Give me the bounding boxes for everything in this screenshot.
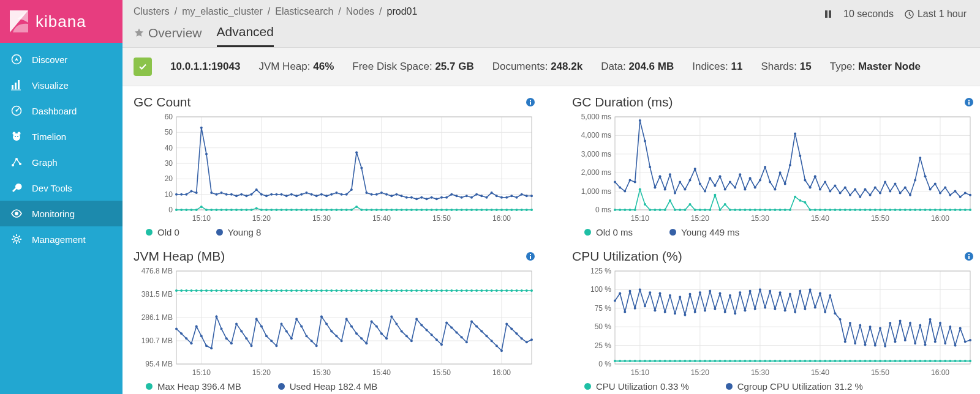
sidebar-item-dev-tools[interactable]: Dev Tools (0, 175, 123, 201)
chart-info-button[interactable] (526, 251, 535, 264)
svg-point-517 (445, 321, 448, 324)
topbar: Clusters / my_elastic_cluster / Elastics… (123, 0, 980, 48)
svg-point-226 (639, 188, 641, 191)
svg-point-465 (185, 337, 187, 340)
svg-point-300 (649, 166, 651, 168)
svg-point-159 (365, 191, 368, 194)
svg-point-424 (341, 289, 343, 292)
svg-point-402 (230, 289, 233, 292)
svg-point-631 (954, 360, 957, 362)
svg-text:50 %: 50 % (595, 322, 612, 331)
svg-point-137 (255, 188, 258, 191)
svg-point-437 (405, 289, 408, 292)
svg-point-273 (874, 209, 876, 211)
svg-point-306 (679, 180, 681, 183)
svg-point-628 (939, 360, 941, 362)
sidebar-item-monitoring[interactable]: Monitoring (0, 201, 123, 226)
svg-point-232 (669, 199, 671, 202)
svg-point-611 (854, 360, 856, 362)
svg-point-609 (844, 360, 846, 362)
chart-info-button[interactable] (964, 251, 974, 264)
sidebar-item-management[interactable]: Management (0, 226, 123, 252)
tab-overview[interactable]: Overview (134, 24, 202, 47)
svg-point-705 (964, 340, 967, 343)
svg-rect-3 (18, 80, 20, 89)
svg-point-10 (17, 136, 18, 137)
svg-rect-195 (968, 100, 970, 101)
svg-point-508 (401, 330, 403, 332)
svg-text:15:40: 15:40 (811, 214, 829, 223)
svg-point-685 (864, 343, 867, 346)
svg-point-239 (704, 209, 706, 211)
svg-point-136 (251, 193, 253, 196)
svg-point-275 (884, 209, 886, 211)
svg-point-531 (516, 332, 518, 335)
svg-point-267 (844, 209, 846, 211)
svg-point-266 (839, 209, 842, 211)
svg-point-576 (679, 360, 681, 362)
svg-point-450 (470, 289, 473, 292)
svg-point-251 (764, 209, 766, 211)
svg-point-395 (195, 289, 198, 292)
svg-point-112 (491, 209, 493, 211)
svg-point-249 (754, 209, 756, 211)
chart-info-button[interactable] (964, 97, 974, 110)
breadcrumb-0[interactable]: Clusters (134, 6, 170, 17)
svg-point-242 (719, 209, 722, 211)
breadcrumb-3[interactable]: Nodes (346, 6, 374, 17)
svg-point-75 (305, 209, 307, 211)
svg-point-434 (390, 289, 393, 292)
sidebar-item-visualize[interactable]: Visualize (0, 72, 123, 98)
sidebar-item-graph[interactable]: Graph (0, 149, 123, 175)
svg-point-121 (175, 193, 178, 196)
tab-advanced[interactable]: Advanced (217, 24, 274, 47)
breadcrumb-1[interactable]: my_elastic_cluster (182, 6, 263, 17)
svg-point-604 (819, 360, 821, 362)
svg-point-653 (704, 309, 706, 311)
svg-point-461 (526, 289, 528, 292)
svg-point-506 (390, 315, 393, 318)
svg-point-664 (759, 288, 761, 291)
svg-point-459 (516, 289, 518, 292)
svg-rect-536 (968, 256, 970, 259)
sidebar-item-dashboard[interactable]: Dashboard (0, 98, 123, 124)
sidebar-item-discover[interactable]: Discover (0, 46, 123, 72)
kibana-logo[interactable]: kibana (0, 0, 123, 43)
svg-point-222 (619, 209, 621, 211)
svg-point-289 (954, 209, 957, 211)
svg-point-589 (744, 360, 746, 362)
svg-point-167 (405, 196, 408, 199)
svg-point-228 (649, 209, 651, 211)
svg-point-415 (295, 289, 298, 292)
svg-point-419 (315, 289, 318, 292)
svg-point-272 (869, 209, 872, 211)
svg-point-574 (669, 360, 671, 362)
pause-button[interactable] (824, 10, 832, 18)
svg-rect-366 (530, 256, 531, 259)
sidebar-item-timelion[interactable]: Timelion (0, 124, 123, 149)
node-address: 10.0.1.1:19043 (170, 61, 240, 73)
svg-point-439 (415, 289, 418, 292)
svg-point-524 (480, 330, 483, 332)
svg-point-625 (924, 360, 927, 362)
svg-point-188 (510, 195, 513, 197)
time-range[interactable]: Last 1 hour (905, 9, 967, 20)
svg-point-124 (190, 190, 193, 193)
svg-text:75 %: 75 % (595, 303, 612, 312)
refresh-interval[interactable]: 10 seconds (843, 9, 894, 20)
svg-point-425 (345, 289, 348, 292)
svg-point-231 (664, 209, 666, 211)
svg-point-684 (859, 324, 861, 326)
svg-point-339 (844, 187, 846, 189)
chart-info-button[interactable] (526, 97, 535, 110)
svg-point-516 (440, 343, 443, 346)
svg-text:15:30: 15:30 (312, 368, 331, 377)
svg-point-317 (734, 187, 736, 189)
svg-point-460 (521, 289, 523, 292)
svg-point-618 (889, 360, 891, 362)
svg-point-88 (371, 209, 373, 211)
svg-point-660 (739, 291, 741, 294)
breadcrumb-2[interactable]: Elasticsearch (275, 6, 333, 17)
svg-point-582 (709, 360, 711, 362)
svg-point-104 (450, 209, 453, 211)
